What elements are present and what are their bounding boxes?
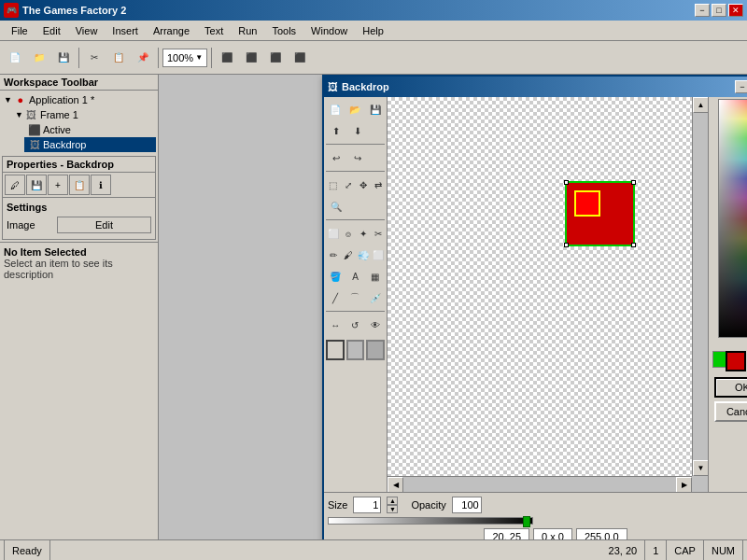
main-layout: Workspace Toolbar ▼ ● Application 1 * ▼ … — [0, 75, 747, 539]
menu-file[interactable]: File — [4, 23, 35, 38]
menu-edit[interactable]: Edit — [35, 23, 68, 38]
menu-window[interactable]: Window — [303, 23, 355, 38]
props-btn-5[interactable]: ℹ — [91, 175, 111, 195]
draw-flip-btn[interactable]: ⇄ — [371, 175, 385, 195]
size-down-btn[interactable]: ▼ — [387, 505, 398, 513]
open-button[interactable]: 📁 — [28, 47, 50, 69]
minimize-button[interactable]: − — [695, 4, 710, 17]
tool-btn-1[interactable]: ⬛ — [216, 47, 238, 69]
handle-tr[interactable] — [631, 180, 636, 185]
draw-fill-btn[interactable]: 🪣 — [326, 266, 345, 287]
props-btn-2[interactable]: 💾 — [26, 175, 47, 195]
brush-large[interactable] — [366, 340, 385, 360]
ok-button[interactable]: OK — [714, 377, 747, 398]
draw-line-btn[interactable]: ╱ — [326, 287, 345, 308]
brush-small[interactable] — [326, 340, 345, 360]
save-button[interactable]: 💾 — [52, 47, 75, 69]
tree-item-active[interactable]: ⬛ Active — [24, 122, 156, 137]
draw-move-btn[interactable]: ✥ — [356, 175, 370, 195]
menu-run[interactable]: Run — [231, 23, 264, 38]
menu-tools[interactable]: Tools — [264, 23, 303, 38]
canvas-v-scrollbar[interactable]: ▲ ▼ — [692, 97, 708, 476]
close-button[interactable]: ✕ — [728, 4, 743, 17]
draw-pencil-btn[interactable]: ✏ — [326, 245, 340, 265]
menu-view[interactable]: View — [68, 23, 106, 38]
draw-import-btn[interactable]: ⬆ — [326, 120, 346, 141]
props-btn-1[interactable]: 🖊 — [5, 175, 25, 195]
canvas-object[interactable] — [565, 181, 635, 246]
draw-text-tool-btn[interactable]: A — [345, 266, 364, 287]
draw-brush-btn[interactable]: 🖌 — [341, 245, 355, 265]
color-spectrum-svg[interactable] — [718, 99, 747, 338]
opacity-slider[interactable] — [328, 517, 533, 525]
main-title-bar: 🎮 The Games Factory 2 − □ ✕ — [0, 0, 747, 21]
size-input[interactable] — [353, 497, 381, 513]
h-scroll-left-btn[interactable]: ◀ — [388, 477, 403, 492]
props-btn-3[interactable]: + — [48, 175, 68, 195]
tool-btn-4[interactable]: ⬛ — [289, 47, 311, 69]
draw-gradient-btn[interactable]: ▦ — [366, 266, 385, 287]
status-coords: 23, 20 — [601, 540, 646, 560]
handle-br[interactable] — [631, 243, 636, 247]
app-title: The Games Factory 2 — [22, 5, 691, 16]
copy-button[interactable]: 📋 — [107, 47, 130, 69]
canvas-h-scrollbar[interactable]: ◀ ▶ — [388, 476, 692, 492]
dialog-content: 📄 📂 💾 ⬆ ⬇ ↩ ↪ — [324, 97, 747, 492]
opacity-input[interactable] — [452, 497, 482, 513]
draw-save-btn[interactable]: 💾 — [366, 99, 385, 119]
draw-redo-btn[interactable]: ↪ — [347, 147, 368, 168]
draw-rect-select-btn[interactable]: ⬜ — [326, 223, 340, 244]
draw-export-btn[interactable]: ⬇ — [347, 120, 368, 141]
h-scroll-right-btn[interactable]: ▶ — [676, 477, 692, 492]
menu-help[interactable]: Help — [355, 23, 391, 38]
zoom-box[interactable]: 100% ▼ — [162, 49, 207, 67]
size-label: Size — [328, 499, 347, 511]
handle-tl[interactable] — [564, 180, 569, 185]
tool-btn-3[interactable]: ⬛ — [264, 47, 287, 69]
tree-active-label: Active — [43, 124, 71, 135]
draw-eraser-btn[interactable]: ⬜ — [371, 245, 385, 265]
props-edit-button[interactable]: Edit — [57, 217, 151, 233]
maximize-button[interactable]: □ — [712, 4, 726, 17]
paste-button[interactable]: 📌 — [132, 47, 154, 69]
draw-row-8: 🪣 A ▦ — [326, 266, 385, 287]
draw-new-btn[interactable]: 📄 — [326, 99, 345, 119]
new-button[interactable]: 📄 — [4, 47, 26, 69]
draw-expand-btn[interactable]: ↔ — [326, 315, 345, 335]
dialog-minimize-button[interactable]: − — [735, 80, 747, 93]
canvas-inner[interactable] — [388, 97, 692, 476]
red-rect-outer — [565, 181, 635, 246]
draw-lasso-btn[interactable]: ⌾ — [341, 223, 355, 244]
handle-bl[interactable] — [564, 243, 569, 247]
draw-resize-btn[interactable]: ⤢ — [341, 175, 355, 195]
draw-scissors-btn[interactable]: ✂ — [371, 223, 385, 244]
draw-eyedrop-btn[interactable]: 💉 — [366, 287, 385, 308]
draw-row-9: ╱ ⌒ 💉 — [326, 287, 385, 308]
opacity-thumb[interactable] — [523, 516, 530, 527]
tree-item-app[interactable]: ▼ ● Application 1 * — [2, 92, 156, 107]
menu-text[interactable]: Text — [197, 23, 231, 38]
tree-item-backdrop[interactable]: 🖼 Backdrop — [24, 137, 156, 152]
v-scroll-down-btn[interactable]: ▼ — [693, 460, 708, 476]
draw-spray-btn[interactable]: 💨 — [356, 245, 370, 265]
draw-arc-btn[interactable]: ⌒ — [345, 287, 364, 308]
background-color-swatch[interactable] — [726, 351, 746, 371]
props-btn-4[interactable]: 📋 — [69, 175, 90, 195]
draw-mirror-btn[interactable]: 👁 — [366, 315, 385, 335]
size-up-btn[interactable]: ▲ — [387, 497, 398, 505]
draw-zoom-btn[interactable]: 🔍 — [326, 196, 346, 217]
draw-open-btn[interactable]: 📂 — [345, 99, 364, 119]
menu-insert[interactable]: Insert — [105, 23, 146, 38]
cut-button[interactable]: ✂ — [83, 47, 106, 69]
cancel-button[interactable]: Cancel — [714, 401, 747, 422]
draw-select-btn[interactable]: ⬚ — [326, 175, 340, 195]
brush-medium[interactable] — [346, 340, 365, 360]
draw-undo-btn[interactable]: ↩ — [326, 147, 346, 168]
draw-rotate-btn[interactable]: ↺ — [345, 315, 364, 335]
draw-magic-btn[interactable]: ✦ — [356, 223, 370, 244]
tree-item-frame[interactable]: ▼ 🖼 Frame 1 — [13, 107, 156, 122]
v-scroll-up-btn[interactable]: ▲ — [693, 97, 708, 113]
menu-arrange[interactable]: Arrange — [146, 23, 197, 38]
zoom-dropdown[interactable]: ▼ — [195, 53, 203, 62]
tool-btn-2[interactable]: ⬛ — [240, 47, 262, 69]
